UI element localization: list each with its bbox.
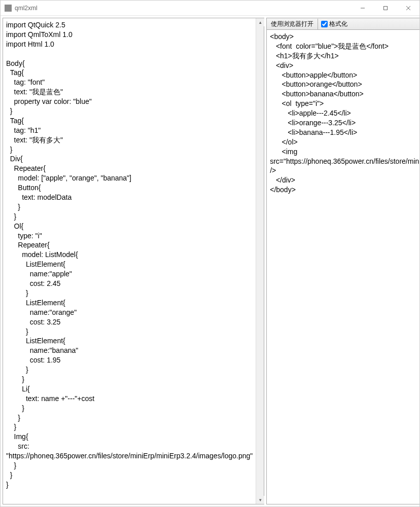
window-title: qml2xml (15, 5, 351, 12)
close-button[interactable] (397, 1, 419, 16)
app-window: qml2xml import QtQuick 2.5 import QmlToX… (0, 0, 420, 507)
content-area: import QtQuick 2.5 import QmlToXml 1.0 i… (1, 16, 419, 506)
format-checkbox[interactable] (321, 21, 328, 27)
app-icon (5, 5, 12, 12)
xml-output[interactable]: <body> <font color="blue">我是蓝色</font> <h… (266, 30, 419, 504)
left-pane: import QtQuick 2.5 import QmlToXml 1.0 i… (3, 18, 264, 504)
format-checkbox-wrap[interactable]: 格式化 (318, 20, 351, 28)
titlebar: qml2xml (1, 1, 419, 16)
svg-rect-1 (383, 6, 387, 10)
qml-code-editor[interactable]: import QtQuick 2.5 import QmlToXml 1.0 i… (3, 18, 256, 504)
scroll-up-icon[interactable]: ▲ (256, 18, 264, 26)
format-checkbox-label: 格式化 (329, 20, 347, 28)
scroll-down-icon[interactable]: ▼ (256, 496, 264, 504)
right-pane: 使用浏览器打开 格式化 <body> <font color="blue">我是… (266, 18, 419, 504)
right-toolbar: 使用浏览器打开 格式化 (266, 18, 419, 30)
window-controls (351, 1, 419, 16)
minimize-button[interactable] (351, 1, 374, 16)
maximize-button[interactable] (374, 1, 397, 16)
left-scrollbar[interactable]: ▲ ▼ (256, 18, 264, 504)
open-in-browser-button[interactable]: 使用浏览器打开 (267, 19, 318, 29)
